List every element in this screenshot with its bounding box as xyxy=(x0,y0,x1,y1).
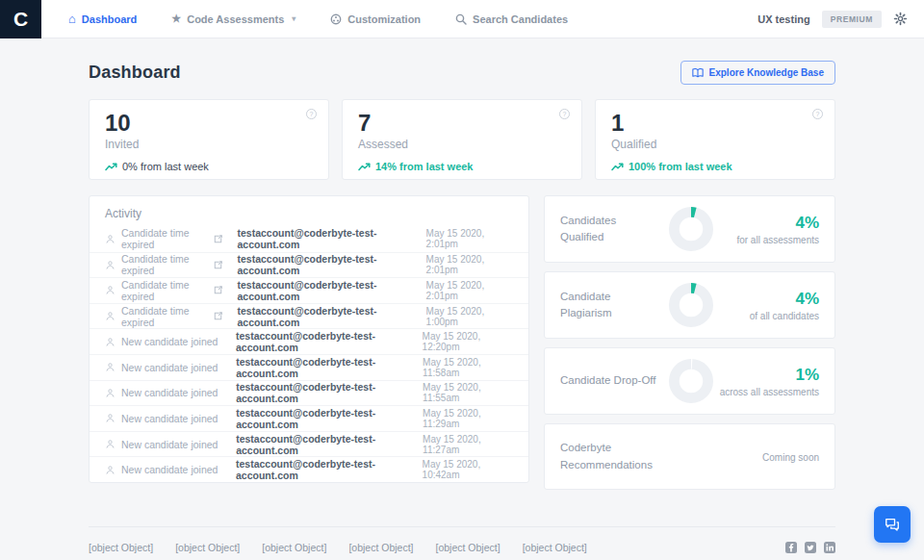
footer-link[interactable]: [object Object] xyxy=(436,542,500,553)
metric-sublabel: of all candidates xyxy=(750,311,819,321)
activity-event-label: Candidate time expired xyxy=(121,305,208,328)
person-icon xyxy=(105,388,116,398)
metric-value-block: Coming soon xyxy=(762,450,819,463)
stat-trend: 14% from last week xyxy=(358,161,566,172)
linkedin-icon[interactable] xyxy=(824,542,835,553)
chat-widget-button[interactable] xyxy=(874,506,911,543)
activity-date: May 15 2020, 11:55am xyxy=(423,382,513,403)
page-title: Dashboard xyxy=(89,63,181,83)
nav-item-customization[interactable]: Customization xyxy=(330,13,421,25)
person-icon xyxy=(105,362,116,372)
activity-event: Candidate time expired xyxy=(105,227,222,250)
metric-sublabel: across all assessments xyxy=(720,387,819,397)
nav-label: Code Assessments xyxy=(187,13,284,25)
person-icon xyxy=(105,337,116,347)
premium-badge: PREMIUM xyxy=(822,11,882,28)
activity-event-label: New candidate joined xyxy=(121,464,218,475)
metric-card: Coderbyte Recommendations Coming soon xyxy=(544,423,835,490)
footer-social xyxy=(785,542,835,553)
metric-card: Candidates Qualified 4% for all assessme… xyxy=(544,195,835,263)
page-header: Dashboard Explore Knowledge Base xyxy=(89,61,835,85)
footer-link[interactable]: [object Object] xyxy=(89,542,153,553)
person-icon xyxy=(105,234,116,244)
footer-link[interactable]: [object Object] xyxy=(348,542,413,553)
metrics-column: Candidates Qualified 4% for all assessme… xyxy=(544,195,835,490)
stat-card: ? 7 Assessed 14% from last week xyxy=(342,99,582,180)
facebook-icon[interactable] xyxy=(785,542,797,553)
activity-title: Activity xyxy=(105,207,513,220)
stat-trend-text: 0% from last week xyxy=(122,161,209,172)
nav-label: Customization xyxy=(347,13,421,25)
metric-value-block: 1% across all assessments xyxy=(720,366,819,397)
metric-value-block: 4% of all candidates xyxy=(750,290,819,321)
activity-date: May 15 2020, 12:20pm xyxy=(423,331,513,352)
metric-value-block: 4% for all assessments xyxy=(736,214,819,245)
metric-sublabel: Coming soon xyxy=(762,452,819,463)
activity-event: New candidate joined xyxy=(105,362,220,373)
help-icon[interactable]: ? xyxy=(812,109,823,119)
nav-item-dashboard[interactable]: ⌂ Dashboard xyxy=(68,13,137,25)
activity-date: May 15 2020, 1:00pm xyxy=(426,306,513,327)
activity-event: Candidate time expired xyxy=(105,279,222,302)
stat-trend-text: 14% from last week xyxy=(375,161,474,172)
activity-row: New candidate joined testaccount@coderby… xyxy=(90,431,528,457)
candidate-email: testaccount@coderbyte-test-account.com xyxy=(236,356,423,379)
gear-icon[interactable] xyxy=(893,12,908,26)
nav-menu: ⌂ Dashboard ★ Code Assessments ▾ Customi… xyxy=(68,13,568,25)
footer-link[interactable]: [object Object] xyxy=(262,542,326,553)
activity-date: May 15 2020, 11:27am xyxy=(423,434,513,455)
page-content: Dashboard Explore Knowledge Base ? 10 In… xyxy=(89,61,835,553)
search-icon xyxy=(455,13,467,25)
twitter-icon[interactable] xyxy=(805,542,816,553)
navbar-right: UX testing PREMIUM xyxy=(757,11,924,28)
star-icon: ★ xyxy=(171,13,181,24)
activity-row: New candidate joined testaccount@coderby… xyxy=(90,328,528,354)
candidate-email: testaccount@coderbyte-test-account.com xyxy=(236,381,423,404)
book-icon xyxy=(692,67,704,78)
activity-event: New candidate joined xyxy=(105,336,220,347)
activity-event: New candidate joined xyxy=(105,413,220,424)
activity-row: New candidate joined testaccount@coderby… xyxy=(90,405,528,431)
account-name[interactable]: UX testing xyxy=(757,13,809,25)
donut-chart xyxy=(669,359,713,403)
person-icon xyxy=(105,260,116,270)
help-icon[interactable]: ? xyxy=(306,109,317,119)
chat-bubbles-icon xyxy=(883,515,902,534)
metric-sublabel: for all assessments xyxy=(736,235,819,245)
metric-value: 4% xyxy=(750,290,819,309)
activity-event: New candidate joined xyxy=(105,464,220,475)
activity-event-label: New candidate joined xyxy=(121,362,218,373)
help-icon[interactable]: ? xyxy=(559,109,570,119)
external-link-icon[interactable] xyxy=(214,235,222,243)
stats-row: ? 10 Invited 0% from last week ? 7 Asses… xyxy=(89,99,835,180)
activity-row: Candidate time expired testaccount@coder… xyxy=(90,303,528,329)
stat-card: ? 1 Qualified 100% from last week xyxy=(595,99,835,180)
stat-value: 1 xyxy=(611,111,819,136)
activity-row: Candidate time expired testaccount@coder… xyxy=(90,277,528,303)
external-link-icon[interactable] xyxy=(214,286,222,294)
external-link-icon[interactable] xyxy=(214,261,222,269)
explore-knowledge-base-button[interactable]: Explore Knowledge Base xyxy=(680,61,835,85)
footer-link[interactable]: [object Object] xyxy=(175,542,240,553)
palette-icon xyxy=(330,13,342,25)
activity-panel: Activity Candidate time expired xyxy=(89,195,529,483)
footer: [object Object] [object Object] [object … xyxy=(89,526,835,553)
footer-links: [object Object] [object Object] [object … xyxy=(89,542,587,553)
activity-row: New candidate joined testaccount@coderby… xyxy=(90,354,528,380)
chevron-down-icon: ▾ xyxy=(292,14,295,23)
nav-label: Dashboard xyxy=(82,13,137,25)
coderbyte-logo[interactable]: C xyxy=(0,0,41,38)
stat-label: Invited xyxy=(105,138,313,151)
stat-card: ? 10 Invited 0% from last week xyxy=(89,99,329,180)
activity-date: May 15 2020, 2:01pm xyxy=(426,254,513,275)
person-icon xyxy=(105,413,116,423)
trending-up-icon xyxy=(611,163,624,171)
footer-link[interactable]: [object Object] xyxy=(523,542,587,553)
nav-item-code-assessments[interactable]: ★ Code Assessments ▾ xyxy=(171,13,295,25)
activity-event-label: Candidate time expired xyxy=(121,279,208,302)
stat-label: Assessed xyxy=(358,138,566,151)
external-link-icon[interactable] xyxy=(214,312,222,320)
nav-item-search-candidates[interactable]: Search Candidates xyxy=(455,13,568,25)
trending-up-icon xyxy=(105,163,117,171)
candidate-email: testaccount@coderbyte-test-account.com xyxy=(238,227,426,250)
